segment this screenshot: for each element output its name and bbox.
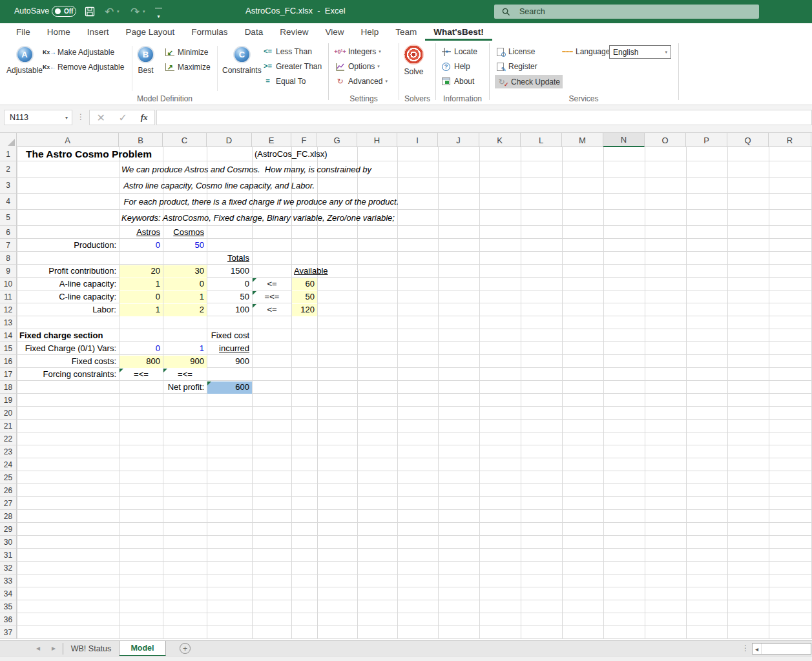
row-header-31[interactable]: 31	[0, 549, 17, 562]
column-header-M[interactable]: M	[562, 133, 603, 147]
cell-C15[interactable]: 1	[163, 343, 207, 355]
integers-button[interactable]: +0¹+ Integers ▾	[335, 46, 381, 57]
formula-input[interactable]	[156, 110, 812, 125]
cell-A12[interactable]: Labor:	[17, 304, 119, 316]
cell-B10[interactable]: 1	[120, 278, 163, 290]
best-button[interactable]: B Best	[137, 46, 154, 75]
cancel-icon[interactable]: ✕	[96, 112, 105, 124]
cell-D10[interactable]: 0	[207, 278, 252, 290]
row-header-9[interactable]: 9	[0, 265, 17, 278]
cell-C10[interactable]: 0	[163, 278, 207, 290]
horizontal-scrollbar[interactable]: ◂	[752, 643, 811, 655]
tab-data[interactable]: Data	[236, 23, 272, 41]
add-sheet-button[interactable]: +	[180, 643, 191, 654]
scroll-left-icon[interactable]: ◂	[753, 644, 762, 654]
column-header-Q[interactable]: Q	[727, 133, 769, 147]
cell-E11[interactable]: =<=	[253, 291, 291, 303]
cell-C7[interactable]: 50	[163, 239, 207, 252]
column-header-H[interactable]: H	[357, 133, 397, 147]
cell-B5[interactable]: Keywords: AstroCosmo, Fixed charge, Bina…	[120, 210, 395, 226]
name-box-dropdown-icon[interactable]: ▾	[65, 115, 68, 121]
cell-B2[interactable]: We can produce Astros and Cosmos. How ma…	[120, 162, 371, 178]
row-header-6[interactable]: 6	[0, 226, 17, 239]
column-header-G[interactable]: G	[317, 133, 357, 147]
cell-B16[interactable]: 800	[120, 356, 163, 368]
row-header-7[interactable]: 7	[0, 239, 17, 252]
less-than-button[interactable]: <= Less Than	[262, 46, 312, 57]
tab-insert[interactable]: Insert	[79, 23, 118, 41]
row-header-3[interactable]: 3	[0, 178, 17, 194]
wb-help-button[interactable]: ? Help	[441, 61, 470, 72]
row-header-16[interactable]: 16	[0, 355, 17, 368]
column-header-L[interactable]: L	[521, 133, 562, 147]
redo-button[interactable]: ↷	[128, 5, 142, 18]
about-button[interactable]: About	[441, 76, 474, 87]
column-header-B[interactable]: B	[119, 133, 163, 147]
cell-C6[interactable]: Cosmos	[163, 227, 207, 239]
cell-C11[interactable]: 1	[163, 291, 207, 303]
customize-qat-button[interactable]: ▾	[155, 8, 162, 21]
cell-B17[interactable]: =<=	[120, 369, 163, 381]
cell-C17[interactable]: =<=	[163, 369, 207, 381]
sheet-grid[interactable]: 1234567891011121314151617181920212223242…	[0, 147, 812, 640]
cell-D11[interactable]: 50	[207, 291, 252, 303]
row-header-36[interactable]: 36	[0, 613, 17, 626]
cell-C16[interactable]: 900	[163, 356, 207, 368]
column-header-C[interactable]: C	[163, 133, 207, 147]
row-header-2[interactable]: 2	[0, 161, 17, 178]
row-header-14[interactable]: 14	[0, 329, 17, 342]
cell-A7[interactable]: Production:	[17, 239, 119, 252]
cell-B11[interactable]: 0	[120, 291, 163, 303]
row-header-18[interactable]: 18	[0, 381, 17, 394]
solve-button[interactable]: Solve	[404, 45, 424, 76]
redo-dropdown-icon[interactable]: ▾	[143, 9, 145, 14]
register-button[interactable]: ✎ Register	[495, 61, 537, 72]
minimize-button[interactable]: ↙ Minimize	[164, 46, 208, 58]
constraints-button[interactable]: C Constraints	[222, 46, 262, 75]
undo-button[interactable]: ↶	[102, 5, 116, 18]
enter-icon[interactable]: ✓	[119, 112, 127, 124]
make-adjustable-button[interactable]: KX→ Make Adjustable	[44, 46, 114, 58]
row-header-34[interactable]: 34	[0, 587, 17, 600]
row-header-4[interactable]: 4	[0, 194, 17, 210]
column-header-I[interactable]: I	[397, 133, 438, 147]
cell-A14[interactable]: Fixed charge section	[17, 330, 119, 342]
remove-adjustable-button[interactable]: KX← Remove Adjustable	[44, 61, 124, 73]
row-header-22[interactable]: 22	[0, 432, 17, 445]
cell-B4[interactable]: For each product, there is a fixed charg…	[120, 194, 399, 210]
column-header-E[interactable]: E	[252, 133, 291, 147]
select-all-button[interactable]	[0, 133, 17, 147]
row-header-13[interactable]: 13	[0, 316, 17, 329]
cell-F10[interactable]: 60	[292, 278, 317, 290]
row-header-19[interactable]: 19	[0, 394, 17, 407]
cell-E10[interactable]: <=	[253, 278, 291, 290]
row-header-17[interactable]: 17	[0, 368, 17, 381]
check-update-button[interactable]: ↻✓ Check Update	[495, 75, 563, 88]
tab-file[interactable]: File	[8, 23, 39, 41]
column-header-R[interactable]: R	[769, 133, 811, 147]
row-header-28[interactable]: 28	[0, 510, 17, 523]
sheet-prev-icon[interactable]: ◂	[36, 644, 40, 653]
search-input[interactable]: Search	[494, 5, 759, 19]
row-header-23[interactable]: 23	[0, 445, 17, 458]
cell-A9[interactable]: Profit contribution:	[17, 265, 119, 278]
greater-than-button[interactable]: >= Greater Than	[262, 61, 322, 72]
row-header-32[interactable]: 32	[0, 562, 17, 575]
tab-formulas[interactable]: Formulas	[183, 23, 236, 41]
row-header-1[interactable]: 1	[0, 147, 17, 161]
undo-dropdown-icon[interactable]: ▾	[117, 9, 120, 14]
sheet-tab-model[interactable]: Model	[120, 641, 166, 656]
sheet-tab-wb-status[interactable]: WB! Status	[63, 641, 120, 656]
cell-F9[interactable]: Available	[292, 265, 328, 278]
advanced-button[interactable]: ↻ Advanced ▾	[335, 76, 388, 87]
row-header-33[interactable]: 33	[0, 575, 17, 587]
row-header-5[interactable]: 5	[0, 210, 17, 226]
cell-D16[interactable]: 900	[207, 356, 252, 368]
cell-A16[interactable]: Fixed costs:	[17, 356, 119, 368]
cell-D15[interactable]: incurred	[207, 343, 252, 355]
cell-E1[interactable]: (AstroCos_FC.xlsx)	[253, 148, 328, 161]
cell-C12[interactable]: 2	[163, 304, 207, 316]
column-header-P[interactable]: P	[686, 133, 727, 147]
row-header-35[interactable]: 35	[0, 600, 17, 613]
row-header-29[interactable]: 29	[0, 523, 17, 536]
